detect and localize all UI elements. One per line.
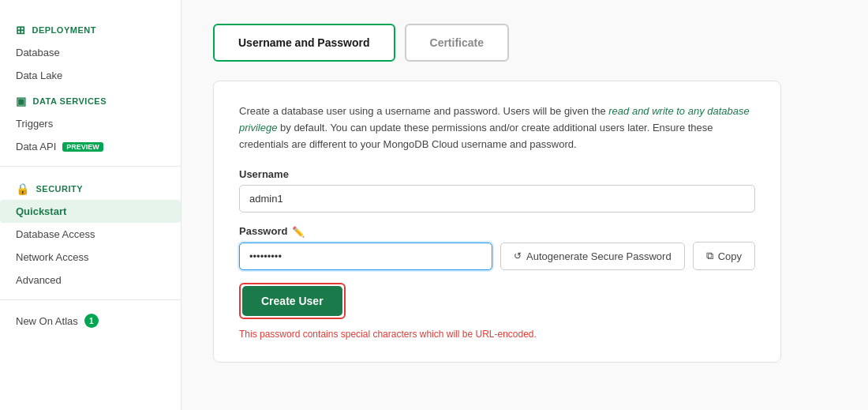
sidebar-item-database[interactable]: Database bbox=[0, 41, 181, 64]
sidebar-item-quickstart[interactable]: Quickstart bbox=[0, 200, 181, 223]
warning-text: This password contains special character… bbox=[239, 329, 755, 340]
server-icon: ⊞ bbox=[16, 24, 26, 36]
sidebar-item-data-api[interactable]: Data API PREVIEW bbox=[0, 135, 181, 158]
sidebar-item-new-on-atlas[interactable]: New On Atlas 1 bbox=[0, 308, 181, 333]
sidebar-item-data-lake[interactable]: Data Lake bbox=[0, 64, 181, 87]
password-group: Password ✏️ ↺ Autogenerate Secure Passwo… bbox=[239, 225, 755, 270]
username-input[interactable] bbox=[239, 185, 755, 213]
tab-username-password[interactable]: Username and Password bbox=[213, 24, 395, 62]
create-user-card: Create a database user using a username … bbox=[213, 81, 781, 363]
sidebar: ⊞ DEPLOYMENT Database Data Lake ▣ DATA S… bbox=[0, 0, 181, 410]
monitor-icon: ▣ bbox=[16, 95, 27, 107]
sidebar-item-advanced[interactable]: Advanced bbox=[0, 269, 181, 292]
copy-button[interactable]: ⧉ Copy bbox=[693, 242, 755, 270]
create-user-button[interactable]: Create User bbox=[242, 286, 342, 316]
create-user-wrapper: Create User bbox=[239, 283, 346, 319]
lock-icon: 🔒 bbox=[16, 182, 30, 195]
new-on-atlas-badge: 1 bbox=[84, 314, 99, 328]
data-services-section-header: ▣ DATA SERVICES bbox=[0, 87, 181, 112]
sidebar-divider-security bbox=[0, 166, 181, 167]
password-row: ↺ Autogenerate Secure Password ⧉ Copy bbox=[239, 242, 755, 270]
sidebar-item-database-access[interactable]: Database Access bbox=[0, 223, 181, 246]
deployment-section-header: ⊞ DEPLOYMENT bbox=[0, 16, 181, 41]
autogenerate-button[interactable]: ↺ Autogenerate Secure Password bbox=[500, 243, 685, 270]
sidebar-item-network-access[interactable]: Network Access bbox=[0, 246, 181, 269]
tab-certificate[interactable]: Certificate bbox=[405, 24, 509, 62]
password-input[interactable] bbox=[239, 243, 492, 270]
security-section-header: 🔒 SECURITY bbox=[0, 175, 181, 200]
password-label: Password ✏️ bbox=[239, 225, 755, 237]
main-content: Username and Password Certificate Create… bbox=[181, 0, 868, 410]
auth-tabs: Username and Password Certificate bbox=[213, 24, 836, 62]
username-label: Username bbox=[239, 168, 755, 180]
copy-icon: ⧉ bbox=[706, 250, 713, 262]
edit-icon[interactable]: ✏️ bbox=[292, 226, 303, 237]
sidebar-divider-new bbox=[0, 299, 181, 300]
preview-badge: PREVIEW bbox=[62, 142, 103, 152]
sidebar-item-triggers[interactable]: Triggers bbox=[0, 112, 181, 135]
card-description: Create a database user using a username … bbox=[239, 103, 755, 152]
username-group: Username bbox=[239, 168, 755, 213]
refresh-icon: ↺ bbox=[514, 250, 522, 261]
